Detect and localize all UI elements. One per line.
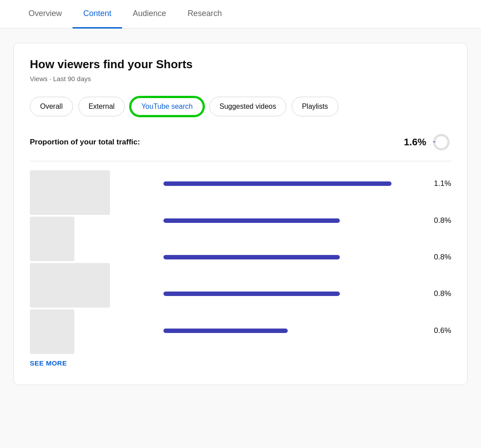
main-card: How viewers find your Shorts Views · Las… bbox=[13, 43, 468, 385]
top-navigation: Overview Content Audience Research bbox=[0, 0, 481, 29]
tab-research[interactable]: Research bbox=[177, 0, 232, 29]
tab-content[interactable]: Content bbox=[73, 0, 122, 29]
bar-row-1: 1.1% bbox=[163, 179, 451, 188]
bar-container-5 bbox=[163, 329, 423, 333]
traffic-label: Proportion of your total traffic: bbox=[30, 138, 140, 147]
filter-youtube-search[interactable]: YouTube search bbox=[130, 97, 204, 116]
tab-audience[interactable]: Audience bbox=[122, 0, 177, 29]
bar-pct-4: 0.8% bbox=[430, 289, 451, 298]
filter-playlists[interactable]: Playlists bbox=[292, 97, 338, 116]
bar-row-4: 0.8% bbox=[163, 289, 451, 298]
traffic-percent: 1.6% bbox=[404, 136, 426, 148]
filter-row: Overall External YouTube search Suggeste… bbox=[30, 97, 451, 116]
bar-row-3: 0.8% bbox=[163, 253, 451, 262]
thumbnails-column bbox=[30, 170, 146, 354]
thumbnail-3 bbox=[30, 263, 110, 308]
bar-container-4 bbox=[163, 292, 423, 296]
bars-column: 1.1% 0.8% 0.8% 0.8% bbox=[146, 170, 451, 354]
card-title: How viewers find your Shorts bbox=[30, 58, 451, 71]
bar-2 bbox=[163, 218, 340, 223]
bar-pct-1: 1.1% bbox=[430, 179, 451, 188]
traffic-value-group: 1.6% bbox=[404, 132, 451, 152]
traffic-row: Proportion of your total traffic: 1.6% bbox=[30, 132, 451, 161]
bar-row-2: 0.8% bbox=[163, 216, 451, 225]
bar-3 bbox=[163, 255, 340, 259]
bar-container-1 bbox=[163, 181, 423, 186]
svg-point-0 bbox=[434, 135, 448, 149]
bar-pct-3: 0.8% bbox=[430, 253, 451, 262]
content-area: 1.1% 0.8% 0.8% 0.8% bbox=[30, 170, 451, 354]
bar-4 bbox=[163, 292, 340, 296]
filter-external[interactable]: External bbox=[78, 97, 125, 116]
bar-pct-2: 0.8% bbox=[430, 216, 451, 225]
bar-pct-5: 0.6% bbox=[430, 326, 451, 335]
bar-container-2 bbox=[163, 218, 423, 223]
bar-container-3 bbox=[163, 255, 423, 259]
filter-suggested-videos[interactable]: Suggested videos bbox=[209, 97, 286, 116]
thumbnail-1 bbox=[30, 170, 110, 215]
thumbnail-4 bbox=[30, 309, 74, 354]
thumbnail-2 bbox=[30, 217, 74, 261]
bar-row-5: 0.6% bbox=[163, 326, 451, 335]
tab-overview[interactable]: Overview bbox=[18, 0, 73, 29]
bar-1 bbox=[163, 181, 391, 186]
card-subtitle: Views · Last 90 days bbox=[30, 75, 451, 82]
see-more-button[interactable]: SEE MORE bbox=[30, 359, 451, 367]
filter-overall[interactable]: Overall bbox=[30, 97, 73, 116]
donut-chart bbox=[432, 132, 451, 152]
bar-5 bbox=[163, 329, 288, 333]
